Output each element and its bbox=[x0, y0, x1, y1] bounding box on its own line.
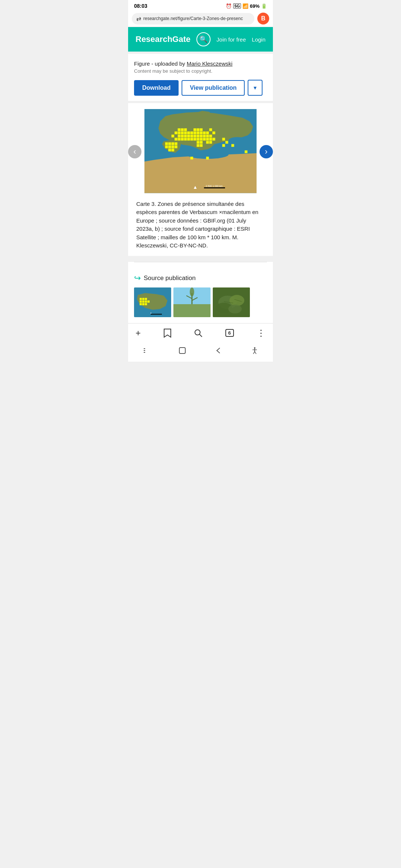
bookmark-button[interactable] bbox=[163, 328, 172, 338]
svg-rect-18 bbox=[184, 135, 187, 138]
svg-rect-24 bbox=[200, 128, 203, 131]
svg-rect-59 bbox=[197, 141, 200, 144]
svg-point-105 bbox=[195, 330, 200, 335]
more-options-button[interactable]: ⋮ bbox=[257, 328, 265, 338]
svg-rect-83 bbox=[140, 300, 142, 303]
svg-rect-34 bbox=[206, 135, 209, 138]
svg-rect-36 bbox=[193, 138, 196, 141]
svg-rect-84 bbox=[142, 300, 144, 303]
svg-rect-53 bbox=[175, 145, 177, 148]
svg-rect-74 bbox=[245, 150, 248, 153]
svg-rect-86 bbox=[145, 300, 147, 303]
svg-rect-28 bbox=[203, 131, 206, 134]
battery-icon: 🔋 bbox=[261, 3, 267, 9]
search-browser-button[interactable] bbox=[194, 329, 202, 337]
browser-bar: ⇄ researchgate.net/figure/Carte-3-Zones-… bbox=[128, 10, 273, 27]
svg-rect-41 bbox=[184, 138, 187, 141]
svg-rect-70 bbox=[222, 144, 225, 147]
svg-rect-26 bbox=[197, 131, 200, 134]
recents-button[interactable] bbox=[142, 346, 150, 356]
login-link[interactable]: Login bbox=[252, 36, 265, 43]
svg-rect-51 bbox=[175, 142, 177, 145]
publication-thumbnails: ▲ bbox=[134, 287, 267, 317]
svg-line-115 bbox=[255, 352, 256, 354]
figure-wrapper: ‹ bbox=[128, 109, 273, 195]
figure-map: ▲ 0 500 1 000 km bbox=[144, 109, 257, 195]
figure-meta-card: Figure - uploaded by Mario Klesczewski C… bbox=[128, 54, 273, 101]
svg-rect-38 bbox=[200, 138, 203, 141]
svg-rect-31 bbox=[197, 135, 200, 138]
svg-rect-17 bbox=[181, 135, 184, 138]
svg-rect-32 bbox=[200, 135, 203, 138]
svg-rect-50 bbox=[172, 142, 175, 145]
copyright-notice: Content may be subject to copyright. bbox=[134, 68, 267, 74]
svg-rect-47 bbox=[209, 135, 212, 138]
svg-rect-61 bbox=[197, 144, 200, 147]
figure-caption: Carte 3. Zones de présence simultanée de… bbox=[134, 195, 267, 250]
prev-figure-button[interactable]: ‹ bbox=[128, 145, 141, 158]
svg-rect-39 bbox=[203, 138, 206, 141]
svg-rect-40 bbox=[187, 138, 190, 141]
thumbnail-2[interactable] bbox=[173, 287, 211, 317]
section-divider bbox=[134, 262, 267, 262]
svg-rect-71 bbox=[231, 144, 234, 147]
next-figure-button[interactable]: › bbox=[260, 145, 273, 158]
svg-rect-93 bbox=[173, 304, 211, 317]
battery-text: 69% bbox=[250, 3, 260, 9]
source-publication-header[interactable]: ↪ Source publication bbox=[134, 268, 267, 287]
svg-text:▲: ▲ bbox=[193, 184, 198, 190]
thumbnail-3[interactable] bbox=[213, 287, 250, 317]
source-publication-section: ↪ Source publication ▲ bbox=[128, 262, 273, 323]
svg-rect-62 bbox=[200, 144, 203, 147]
join-link[interactable]: Join for free bbox=[216, 36, 246, 43]
svg-rect-87 bbox=[145, 303, 147, 305]
figure-credit: Figure - uploaded by Mario Klesczewski bbox=[134, 60, 267, 67]
svg-rect-63 bbox=[206, 138, 209, 141]
dropdown-button[interactable]: ▾ bbox=[248, 80, 263, 96]
svg-rect-88 bbox=[142, 303, 144, 305]
svg-rect-13 bbox=[184, 131, 187, 134]
home-button[interactable] bbox=[178, 346, 186, 356]
download-button[interactable]: Download bbox=[134, 80, 179, 96]
thumbnail-1[interactable]: ▲ bbox=[134, 287, 171, 317]
svg-rect-89 bbox=[140, 303, 142, 305]
url-text: researchgate.net/figure/Carte-3-Zones-de… bbox=[143, 16, 243, 21]
svg-rect-27 bbox=[200, 131, 203, 134]
svg-rect-72 bbox=[190, 157, 193, 160]
rg-logo: ResearchGate bbox=[136, 34, 190, 44]
svg-line-106 bbox=[199, 334, 202, 337]
svg-rect-16 bbox=[178, 135, 181, 138]
url-icon: ⇄ bbox=[136, 15, 141, 22]
svg-rect-14 bbox=[187, 131, 190, 134]
source-publication-label: Source publication bbox=[144, 274, 196, 282]
svg-rect-20 bbox=[190, 135, 193, 138]
svg-text:0    500    1 000 km: 0 500 1 000 km bbox=[206, 185, 223, 187]
status-bar: 08:03 ⏰ 5G 📶 69% 🔋 bbox=[128, 0, 273, 10]
back-button[interactable] bbox=[215, 346, 223, 356]
svg-rect-9 bbox=[181, 128, 184, 131]
time-display: 08:03 bbox=[134, 3, 147, 9]
brave-browser-icon[interactable]: B bbox=[257, 13, 269, 24]
svg-rect-68 bbox=[222, 138, 225, 141]
search-icon: 🔍 bbox=[199, 35, 208, 43]
svg-rect-56 bbox=[165, 145, 168, 148]
svg-point-100 bbox=[229, 295, 244, 306]
svg-rect-67 bbox=[209, 141, 212, 144]
url-bar[interactable]: ⇄ researchgate.net/figure/Carte-3-Zones-… bbox=[132, 13, 254, 24]
svg-rect-82 bbox=[145, 298, 147, 300]
android-nav-bar bbox=[128, 343, 273, 362]
svg-rect-60 bbox=[200, 141, 203, 144]
add-tab-button[interactable]: + bbox=[136, 328, 141, 338]
tabs-button[interactable]: 6 bbox=[225, 329, 234, 337]
accessibility-button[interactable] bbox=[251, 346, 259, 356]
svg-rect-35 bbox=[190, 138, 193, 141]
svg-rect-65 bbox=[212, 138, 215, 141]
rg-nav: 🔍 Join for free Login bbox=[196, 32, 265, 46]
source-arrow-icon: ↪ bbox=[134, 273, 141, 283]
chevron-left-icon: ‹ bbox=[133, 147, 136, 157]
action-buttons: Download View publication ▾ bbox=[134, 80, 267, 96]
search-button[interactable]: 🔍 bbox=[196, 32, 211, 46]
svg-rect-80 bbox=[140, 298, 142, 300]
view-publication-button[interactable]: View publication bbox=[182, 80, 245, 96]
author-link[interactable]: Mario Klesczewski bbox=[187, 60, 232, 67]
